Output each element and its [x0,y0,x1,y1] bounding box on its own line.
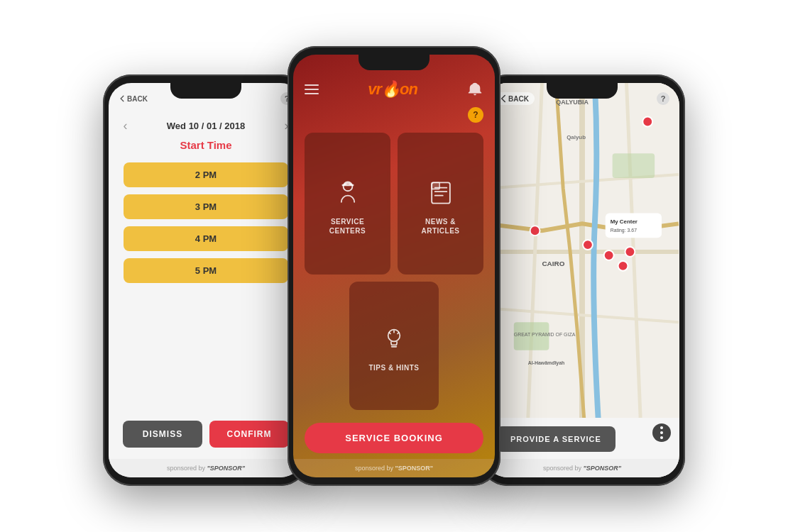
menu-grid: SERVICECENTERS [293,126,495,417]
news-articles-label: NEWS &ARTICLES [422,217,460,235]
svg-text:Al-Hawāmdīyah: Al-Hawāmdīyah [528,360,565,366]
notch-3 [547,83,618,99]
screen1-bottom: DISMISS CONFIRM sponsored by "SPONSOR" [109,409,303,477]
svg-text:Rating: 3.67: Rating: 3.67 [611,228,637,233]
back-button-1[interactable]: BACK [119,95,148,103]
phone-3-screen: QALYUBIA Qalyub CAIRO Al-Hawāmdīyah GREA… [485,83,679,477]
tips-hints-icon [377,322,411,356]
svg-rect-31 [606,213,662,238]
map-area: QALYUBIA Qalyub CAIRO Al-Hawāmdīyah GREA… [485,83,679,421]
svg-point-26 [530,226,540,235]
back-button-3[interactable]: BACK [495,92,535,105]
svg-point-28 [604,250,614,260]
prev-date-arrow[interactable]: ‹ [124,118,128,133]
menu-item-tips-hints[interactable]: TIPS & HINTS [349,282,439,410]
screen-map: QALYUBIA Qalyub CAIRO Al-Hawāmdīyah GREA… [485,83,679,477]
svg-text:CAIRO: CAIRO [542,260,564,267]
notch-1 [170,83,241,99]
hamburger-menu-icon[interactable] [305,84,319,94]
phone-1-screen: BACK ? ‹ Wed 10 / 01 / 2018 › Start Time… [109,83,303,477]
screen-main-menu: vr🔥on ? [293,55,495,477]
sponsor-name-1: "SPONSOR" [207,465,246,472]
start-time-label: Start Time [180,139,231,151]
menu-dots-icon[interactable] [652,423,671,442]
action-buttons: DISMISS CONFIRM [109,409,303,459]
dot-1 [660,426,663,429]
svg-point-30 [625,247,635,257]
phone-3: QALYUBIA Qalyub CAIRO Al-Hawāmdīyah GREA… [479,74,685,486]
app-name-prefix: vr [368,80,381,98]
hamburger-line-3 [305,93,319,94]
service-centers-icon [331,176,365,210]
sponsor-name-3: "SPONSOR" [584,465,622,472]
svg-text:GREAT PYRAMID OF GIZA: GREAT PYRAMID OF GIZA [514,332,576,337]
time-slot-3pm[interactable]: 3 PM [124,194,289,219]
notch-2 [359,55,429,70]
svg-text:Qalyub: Qalyub [567,134,586,140]
phone-1: BACK ? ‹ Wed 10 / 01 / 2018 › Start Time… [103,74,309,486]
date-display: Wed 10 / 01 / 2018 [167,121,245,131]
bell-icon[interactable] [466,81,483,98]
app-logo: vr🔥on [368,80,417,99]
app-name-suffix: on [400,80,417,98]
hamburger-line-2 [305,89,319,90]
svg-rect-5 [432,182,439,189]
svg-line-10 [398,333,399,334]
help-circle-icon[interactable]: ? [468,107,483,123]
news-articles-icon [424,176,458,210]
help-section: ? [293,104,495,126]
hamburger-line-1 [305,84,319,86]
dismiss-button[interactable]: DISMISS [123,421,202,448]
date-navigator: ‹ Wed 10 / 01 / 2018 › [124,118,289,133]
dot-2 [660,431,663,434]
provide-service-button[interactable]: PROVIDE A SERVICE [496,426,615,452]
time-slot-2pm[interactable]: 2 PM [124,162,289,187]
sponsored-label-3: sponsored by [543,465,581,472]
service-centers-label: SERVICECENTERS [329,217,366,235]
phone-2: vr🔥on ? [288,46,500,486]
svg-point-27 [583,240,593,250]
app-logo-flame: 🔥 [381,80,400,98]
service-booking-button[interactable]: SERVICE BOOKING [305,423,483,453]
menu-item-news-articles[interactable]: NEWS &ARTICLES [398,133,483,275]
menu-item-service-centers[interactable]: SERVICECENTERS [305,133,390,275]
time-slots-list: 2 PM 3 PM 4 PM 5 PM [124,162,289,283]
screen-time-picker: BACK ? ‹ Wed 10 / 01 / 2018 › Start Time… [109,83,303,477]
screen3-bottom: PROVIDE A SERVICE sponsored by "SPONSOR" [485,418,679,477]
dot-3 [660,436,663,439]
sponsored-label-2: sponsored by [355,465,393,472]
svg-point-25 [642,117,652,127]
svg-line-9 [389,333,390,334]
sponsored-label-1: sponsored by [167,465,205,472]
svg-point-29 [618,261,628,271]
map-svg: QALYUBIA Qalyub CAIRO Al-Hawāmdīyah GREA… [485,83,679,421]
phones-container: BACK ? ‹ Wed 10 / 01 / 2018 › Start Time… [103,46,685,486]
phone-2-screen: vr🔥on ? [293,55,495,477]
svg-rect-19 [613,153,655,178]
tips-hints-label: TIPS & HINTS [368,363,419,372]
time-slot-4pm[interactable]: 4 PM [124,226,289,251]
confirm-button[interactable]: CONFIRM [209,421,289,448]
back-label-3: BACK [508,95,529,103]
sponsor-bar-1: sponsored by "SPONSOR" [109,459,303,477]
time-slot-5pm[interactable]: 5 PM [124,258,289,283]
sponsor-bar-2: sponsored by "SPONSOR" [293,459,495,477]
sponsor-name-2: "SPONSOR" [395,465,434,472]
sponsor-bar-3: sponsored by "SPONSOR" [485,459,679,477]
back-label-1: BACK [127,95,148,103]
help-button-3[interactable]: ? [657,92,669,105]
svg-text:My Center: My Center [611,218,637,225]
